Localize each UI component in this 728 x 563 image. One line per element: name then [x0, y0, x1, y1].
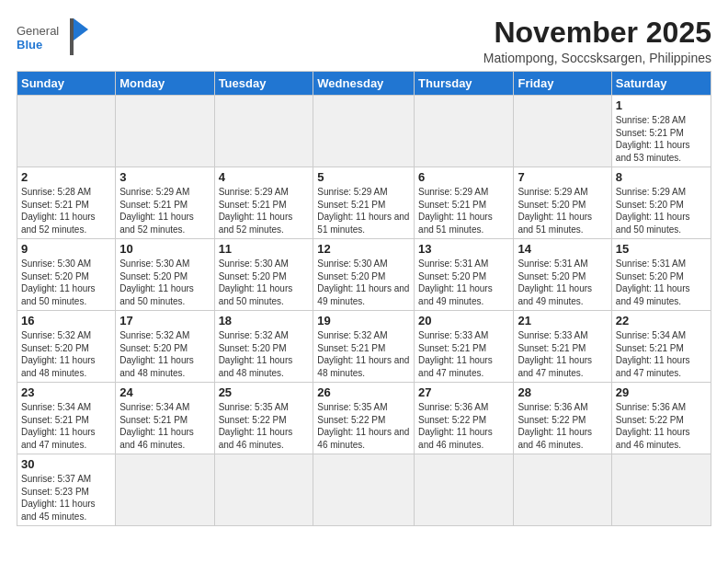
- day-number: 12: [317, 242, 410, 256]
- calendar-cell: 21Sunrise: 5:33 AM Sunset: 5:21 PM Dayli…: [514, 311, 611, 383]
- day-info: Sunrise: 5:35 AM Sunset: 5:22 PM Dayligh…: [317, 401, 410, 451]
- calendar-week-4: 16Sunrise: 5:32 AM Sunset: 5:20 PM Dayli…: [17, 311, 711, 383]
- day-number: 28: [518, 385, 607, 399]
- day-number: 6: [418, 170, 509, 184]
- calendar-week-6: 30Sunrise: 5:37 AM Sunset: 5:23 PM Dayli…: [17, 454, 711, 526]
- day-info: Sunrise: 5:35 AM Sunset: 5:22 PM Dayligh…: [219, 401, 310, 451]
- day-number: 8: [616, 170, 707, 184]
- logo: General Blue: [17, 17, 90, 63]
- calendar-cell: [17, 96, 116, 167]
- day-number: 7: [518, 170, 607, 184]
- calendar-cell: 28Sunrise: 5:36 AM Sunset: 5:22 PM Dayli…: [514, 383, 611, 454]
- calendar-cell: [514, 454, 611, 526]
- calendar-cell: 24Sunrise: 5:34 AM Sunset: 5:21 PM Dayli…: [116, 383, 214, 454]
- day-info: Sunrise: 5:32 AM Sunset: 5:20 PM Dayligh…: [119, 329, 210, 379]
- day-info: Sunrise: 5:33 AM Sunset: 5:21 PM Dayligh…: [418, 329, 509, 379]
- month-year: November 2025: [483, 17, 711, 49]
- svg-text:Blue: Blue: [17, 38, 42, 52]
- day-number: 14: [518, 242, 607, 256]
- calendar-cell: [214, 96, 313, 167]
- day-number: 23: [21, 385, 111, 399]
- day-info: Sunrise: 5:29 AM Sunset: 5:21 PM Dayligh…: [219, 186, 310, 236]
- calendar-cell: [116, 96, 214, 167]
- day-number: 29: [616, 385, 707, 399]
- calendar-week-5: 23Sunrise: 5:34 AM Sunset: 5:21 PM Dayli…: [17, 383, 711, 454]
- day-number: 22: [616, 314, 707, 327]
- day-number: 9: [21, 242, 111, 256]
- calendar-cell: 10Sunrise: 5:30 AM Sunset: 5:20 PM Dayli…: [116, 239, 214, 311]
- calendar-cell: [415, 96, 514, 167]
- calendar-cell: 23Sunrise: 5:34 AM Sunset: 5:21 PM Dayli…: [17, 383, 116, 454]
- calendar-cell: 16Sunrise: 5:32 AM Sunset: 5:20 PM Dayli…: [17, 311, 116, 383]
- day-info: Sunrise: 5:28 AM Sunset: 5:21 PM Dayligh…: [21, 186, 111, 236]
- calendar-cell: 6Sunrise: 5:29 AM Sunset: 5:21 PM Daylig…: [415, 167, 514, 239]
- weekday-header-thursday: Thursday: [415, 72, 514, 96]
- calendar-cell: 7Sunrise: 5:29 AM Sunset: 5:20 PM Daylig…: [514, 167, 611, 239]
- weekday-header-row: SundayMondayTuesdayWednesdayThursdayFrid…: [17, 72, 711, 96]
- title-block: November 2025 Matiompong, Soccsksargen, …: [483, 17, 711, 65]
- calendar-cell: [611, 454, 711, 526]
- day-number: 25: [219, 385, 310, 399]
- day-info: Sunrise: 5:31 AM Sunset: 5:20 PM Dayligh…: [518, 258, 607, 307]
- calendar-cell: [415, 454, 514, 526]
- day-info: Sunrise: 5:34 AM Sunset: 5:21 PM Dayligh…: [21, 401, 111, 451]
- day-number: 30: [21, 457, 111, 471]
- day-number: 18: [219, 314, 310, 327]
- weekday-header-friday: Friday: [514, 72, 611, 96]
- calendar-week-1: 1Sunrise: 5:28 AM Sunset: 5:21 PM Daylig…: [17, 96, 711, 167]
- calendar-cell: 18Sunrise: 5:32 AM Sunset: 5:20 PM Dayli…: [214, 311, 313, 383]
- calendar-cell: 25Sunrise: 5:35 AM Sunset: 5:22 PM Dayli…: [214, 383, 313, 454]
- calendar-cell: 13Sunrise: 5:31 AM Sunset: 5:20 PM Dayli…: [415, 239, 514, 311]
- day-info: Sunrise: 5:29 AM Sunset: 5:20 PM Dayligh…: [616, 186, 707, 236]
- day-info: Sunrise: 5:29 AM Sunset: 5:20 PM Dayligh…: [518, 186, 607, 236]
- calendar-cell: [514, 96, 611, 167]
- calendar-cell: [214, 454, 313, 526]
- calendar-cell: 5Sunrise: 5:29 AM Sunset: 5:21 PM Daylig…: [313, 167, 415, 239]
- day-number: 1: [616, 98, 707, 112]
- day-info: Sunrise: 5:30 AM Sunset: 5:20 PM Dayligh…: [219, 258, 310, 307]
- calendar-cell: 30Sunrise: 5:37 AM Sunset: 5:23 PM Dayli…: [17, 454, 116, 526]
- calendar-cell: 19Sunrise: 5:32 AM Sunset: 5:21 PM Dayli…: [313, 311, 415, 383]
- day-number: 13: [418, 242, 509, 256]
- calendar-week-2: 2Sunrise: 5:28 AM Sunset: 5:21 PM Daylig…: [17, 167, 711, 239]
- calendar-cell: [116, 454, 214, 526]
- day-info: Sunrise: 5:31 AM Sunset: 5:20 PM Dayligh…: [616, 258, 707, 307]
- calendar-cell: 29Sunrise: 5:36 AM Sunset: 5:22 PM Dayli…: [611, 383, 711, 454]
- day-number: 16: [21, 314, 111, 327]
- header: General Blue November 2025 Matiompong, S…: [17, 17, 711, 65]
- day-info: Sunrise: 5:33 AM Sunset: 5:21 PM Dayligh…: [518, 329, 607, 379]
- day-info: Sunrise: 5:29 AM Sunset: 5:21 PM Dayligh…: [418, 186, 509, 236]
- day-number: 24: [119, 385, 210, 399]
- day-number: 15: [616, 242, 707, 256]
- day-info: Sunrise: 5:30 AM Sunset: 5:20 PM Dayligh…: [317, 258, 410, 307]
- day-number: 4: [219, 170, 310, 184]
- day-info: Sunrise: 5:28 AM Sunset: 5:21 PM Dayligh…: [616, 114, 707, 164]
- day-number: 3: [119, 170, 210, 184]
- day-info: Sunrise: 5:34 AM Sunset: 5:21 PM Dayligh…: [616, 329, 707, 379]
- day-info: Sunrise: 5:36 AM Sunset: 5:22 PM Dayligh…: [418, 401, 509, 451]
- calendar-cell: 12Sunrise: 5:30 AM Sunset: 5:20 PM Dayli…: [313, 239, 415, 311]
- day-info: Sunrise: 5:30 AM Sunset: 5:20 PM Dayligh…: [21, 258, 111, 307]
- calendar-cell: 27Sunrise: 5:36 AM Sunset: 5:22 PM Dayli…: [415, 383, 514, 454]
- weekday-header-monday: Monday: [116, 72, 214, 96]
- calendar-cell: 26Sunrise: 5:35 AM Sunset: 5:22 PM Dayli…: [313, 383, 415, 454]
- day-info: Sunrise: 5:36 AM Sunset: 5:22 PM Dayligh…: [518, 401, 607, 451]
- calendar-cell: 1Sunrise: 5:28 AM Sunset: 5:21 PM Daylig…: [611, 96, 711, 167]
- day-info: Sunrise: 5:34 AM Sunset: 5:21 PM Dayligh…: [119, 401, 210, 451]
- calendar-cell: [313, 96, 415, 167]
- location: Matiompong, Soccsksargen, Philippines: [483, 51, 711, 65]
- day-number: 27: [418, 385, 509, 399]
- calendar-cell: 2Sunrise: 5:28 AM Sunset: 5:21 PM Daylig…: [17, 167, 116, 239]
- weekday-header-wednesday: Wednesday: [313, 72, 415, 96]
- weekday-header-saturday: Saturday: [611, 72, 711, 96]
- day-number: 11: [219, 242, 310, 256]
- day-info: Sunrise: 5:30 AM Sunset: 5:20 PM Dayligh…: [119, 258, 210, 307]
- day-number: 5: [317, 170, 410, 184]
- calendar-cell: 4Sunrise: 5:29 AM Sunset: 5:21 PM Daylig…: [214, 167, 313, 239]
- weekday-header-sunday: Sunday: [17, 72, 116, 96]
- day-number: 21: [518, 314, 607, 327]
- calendar-cell: 8Sunrise: 5:29 AM Sunset: 5:20 PM Daylig…: [611, 167, 711, 239]
- calendar-cell: 14Sunrise: 5:31 AM Sunset: 5:20 PM Dayli…: [514, 239, 611, 311]
- calendar: SundayMondayTuesdayWednesdayThursdayFrid…: [17, 71, 711, 526]
- day-number: 19: [317, 314, 410, 327]
